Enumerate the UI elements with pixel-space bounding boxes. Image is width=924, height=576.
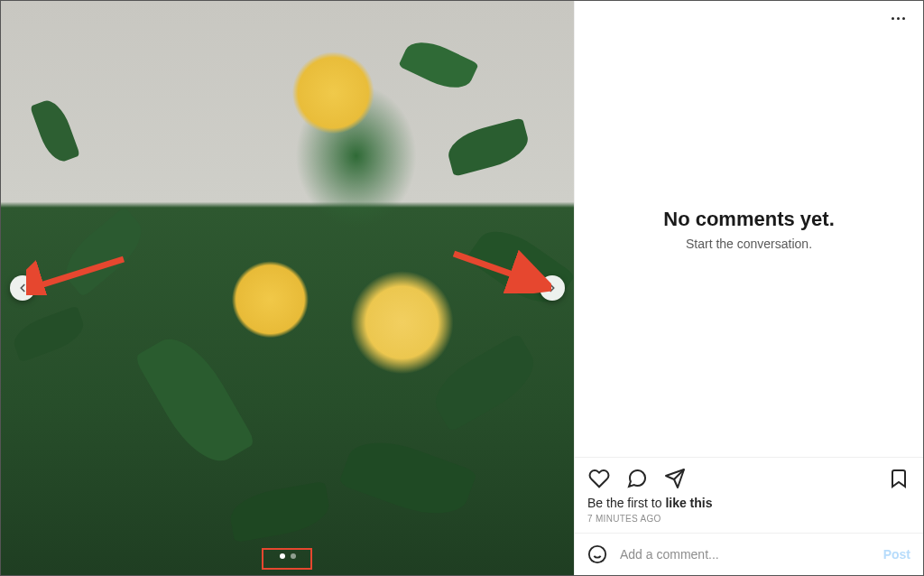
likes-prefix: Be the first to [587, 496, 665, 510]
save-button[interactable] [887, 467, 910, 490]
empty-title: No comments yet. [663, 208, 835, 231]
comment-button[interactable] [625, 467, 649, 490]
annotation-arrow-left [26, 254, 125, 295]
like-button[interactable] [587, 467, 611, 490]
media-area [1, 1, 574, 575]
svg-line-1 [32, 259, 124, 288]
comment-icon [626, 468, 648, 489]
bottom-section: Be the first to like this 7 MINUTES AGO … [575, 457, 923, 575]
emoji-icon [587, 544, 607, 564]
comment-input[interactable] [620, 547, 871, 562]
more-options-button[interactable] [886, 12, 910, 25]
actions-row [575, 458, 923, 494]
timestamp[interactable]: 7 MINUTES AGO [575, 512, 923, 533]
heart-icon [588, 468, 610, 489]
likes-action: like this [665, 496, 712, 510]
svg-line-3 [454, 254, 546, 286]
share-icon [664, 468, 686, 489]
comments-empty-state: No comments yet. Start the conversation. [575, 1, 923, 457]
share-button[interactable] [663, 467, 687, 490]
more-icon [892, 17, 894, 20]
bookmark-icon [888, 468, 910, 489]
comment-form: Post [575, 533, 923, 575]
svg-point-6 [589, 546, 605, 562]
post-modal: No comments yet. Start the conversation. [0, 0, 924, 576]
empty-subtitle: Start the conversation. [686, 237, 812, 251]
emoji-button[interactable] [587, 544, 607, 564]
annotation-arrow-right [452, 248, 551, 293]
annotation-box-dots [262, 548, 312, 570]
post-button[interactable]: Post [883, 547, 910, 562]
side-panel: No comments yet. Start the conversation. [574, 1, 923, 575]
likes-line[interactable]: Be the first to like this [575, 494, 923, 512]
